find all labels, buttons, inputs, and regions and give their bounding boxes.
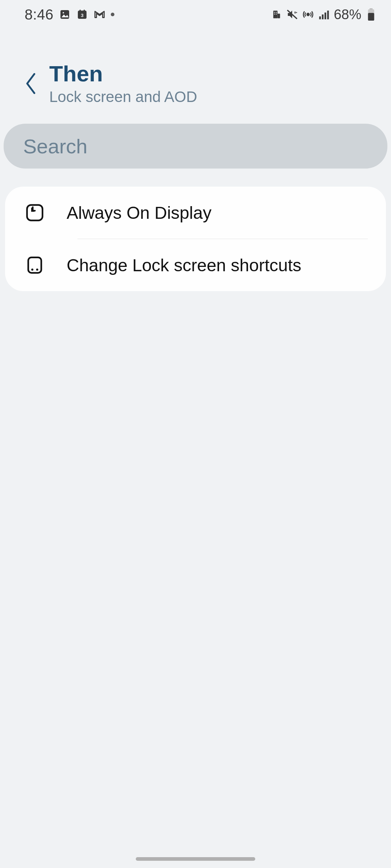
svg-rect-4 [84,10,85,12]
list-item-change-lock-screen-shortcuts[interactable]: Change Lock screen shortcuts [5,239,386,291]
svg-rect-19 [327,10,329,19]
status-bar: 8:46 3 [0,0,391,29]
signal-icon [318,8,330,21]
svg-text:3: 3 [81,13,83,18]
page-title: Then [49,61,197,86]
svg-rect-11 [276,14,277,14]
list-item-label: Always On Display [67,203,211,223]
image-icon [59,8,71,21]
svg-rect-7 [277,14,280,18]
svg-point-26 [36,269,38,271]
lock-screen-icon [25,255,45,275]
svg-rect-24 [28,258,41,273]
svg-rect-9 [276,12,277,13]
svg-rect-3 [80,10,81,12]
back-button[interactable] [14,67,47,100]
chevron-left-icon [24,72,38,95]
header-texts: Then Lock screen and AOD [49,61,197,106]
svg-rect-17 [322,14,324,19]
svg-point-1 [63,12,64,13]
svg-rect-8 [274,12,275,13]
battery-icon [365,8,377,21]
svg-rect-0 [60,10,69,19]
list-item-always-on-display[interactable]: Always On Display [5,187,386,239]
options-card: Always On Display Change Lock screen sho… [5,187,386,291]
mute-vibrate-icon [286,8,298,21]
aod-clock-icon [25,203,45,223]
svg-point-25 [31,269,33,271]
calendar-icon: 3 [76,8,88,21]
status-left: 8:46 3 [25,7,114,23]
building-icon [270,8,282,21]
list-item-label: Change Lock screen shortcuts [67,255,301,275]
svg-rect-18 [324,13,326,20]
search-input[interactable] [23,135,368,158]
navigation-handle[interactable] [136,857,255,861]
status-right: 68% [270,7,377,22]
gmail-icon [93,8,106,21]
svg-rect-6 [273,11,278,18]
svg-rect-10 [274,14,275,14]
page-header: Then Lock screen and AOD [0,29,391,124]
svg-point-15 [307,13,310,16]
svg-rect-16 [319,16,321,19]
battery-percent: 68% [334,7,361,22]
svg-rect-23 [27,205,43,221]
svg-rect-22 [368,13,374,21]
hotspot-icon [302,8,314,21]
search-field[interactable] [4,124,387,169]
more-notifications-icon [111,13,114,16]
status-time: 8:46 [25,7,54,23]
page-subtitle: Lock screen and AOD [49,88,197,106]
